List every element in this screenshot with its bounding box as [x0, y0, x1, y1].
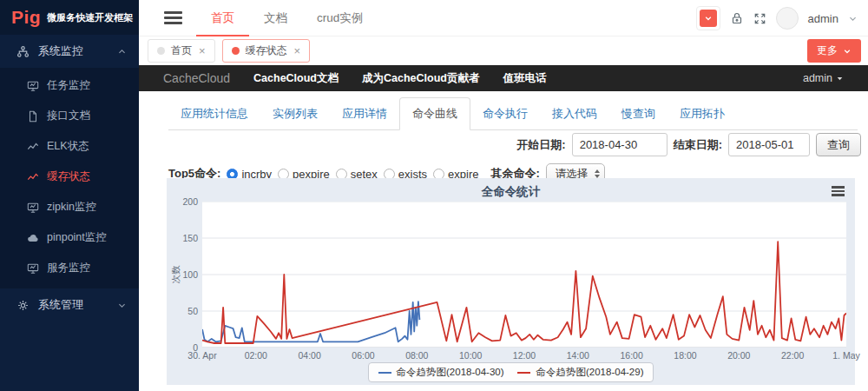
lock-icon[interactable] [730, 11, 744, 25]
legend-label: 命令趋势图(2018-04-29) [536, 366, 644, 379]
sidebar-item-api-docs[interactable]: 接口文档 [0, 101, 139, 131]
nav-item-home[interactable]: 首页 [196, 0, 249, 36]
chart-title: 全命令统计 [167, 184, 855, 200]
logo-subtitle: 微服务快速开发框架 [47, 11, 133, 24]
chevron-down-icon[interactable] [848, 14, 858, 23]
sitemap-icon [16, 45, 30, 58]
x-tick-label: 02:00 [230, 350, 282, 361]
app-logo[interactable]: Pig 微服务快速开发框架 [0, 0, 139, 35]
x-tick-label: 10:00 [444, 350, 496, 361]
sidebar-item-task-monitor[interactable]: 任务监控 [0, 70, 139, 101]
caret-down-icon [836, 75, 844, 83]
top-navigation: 首页 文档 crud实例 [196, 0, 378, 36]
sidebar-item-label: pinpoint监控 [47, 230, 107, 245]
x-tick-label: 18:00 [660, 350, 712, 361]
x-tick-label: 20:00 [713, 350, 765, 361]
legend-label: 命令趋势图(2018-04-30) [397, 366, 504, 379]
username-label[interactable]: admin [808, 12, 838, 25]
y-tick-label: 100 [167, 269, 198, 280]
subtab-app-stats[interactable]: 应用统计信息 [168, 98, 260, 129]
header-tools: admin [696, 0, 858, 36]
nav-item-crud[interactable]: crud实例 [302, 0, 378, 36]
avatar[interactable] [776, 7, 799, 30]
x-tick-label: 14:00 [552, 350, 604, 361]
cachecloud-page: 应用统计信息 实例列表 应用详情 命令曲线 命令执行 接入代码 慢查询 应用拓扑… [139, 91, 868, 391]
fullscreen-icon[interactable] [753, 12, 766, 25]
tab-label: 首页 [171, 43, 192, 58]
tab-label: 缓存状态 [246, 43, 287, 58]
end-date-input[interactable] [728, 133, 810, 156]
sidebar: Pig 微服务快速开发框架 系统监控 任务监控 接口文档 ELK状态 缓存状态 [0, 0, 139, 391]
sidebar-item-elk-status[interactable]: ELK状态 [0, 131, 139, 162]
subtab-command-exec[interactable]: 命令执行 [470, 98, 540, 129]
y-tick-label: 200 [167, 196, 198, 207]
gear-icon [16, 299, 30, 312]
tab-home[interactable]: 首页 × [148, 39, 215, 63]
legend-line-icon [378, 372, 391, 374]
date-filter-row: 开始日期: 结束日期: 查询 [516, 133, 861, 156]
chevron-up-icon [117, 47, 127, 56]
tab-cache-status[interactable]: 缓存状态 × [222, 39, 311, 63]
sidebar-item-zipkin[interactable]: zipkin监控 [0, 192, 139, 222]
sidebar-item-label: 缓存状态 [47, 169, 90, 184]
nav-item-docs[interactable]: 文档 [249, 0, 302, 36]
close-icon[interactable]: × [199, 44, 206, 57]
x-tick-label: 04:00 [284, 350, 336, 361]
subtab-app-topology[interactable]: 应用拓扑 [667, 98, 737, 129]
cachecloud-username: admin [803, 72, 832, 84]
y-tick-label: 150 [167, 233, 198, 243]
close-icon[interactable]: × [294, 44, 301, 57]
top-header: 首页 文档 crud实例 admin [139, 0, 868, 36]
sidebar-item-label: 接口文档 [47, 109, 90, 123]
legend-line-icon [518, 372, 531, 374]
start-date-input[interactable] [572, 133, 667, 156]
notification-button[interactable] [696, 6, 720, 30]
end-date-label: 结束日期: [674, 137, 722, 153]
search-button[interactable]: 查询 [816, 133, 861, 156]
sidebar-item-service-monitor[interactable]: 服务监控 [0, 253, 139, 283]
cachecloud-navbar: CacheCloud CacheCloud文档 成为CacheCloud贡献者 … [139, 65, 868, 91]
subtab-app-detail[interactable]: 应用详情 [330, 98, 399, 129]
sidebar-item-label: zipkin监控 [47, 200, 96, 215]
x-tick-label: 22:00 [766, 350, 819, 361]
sidebar-item-cache-status[interactable]: 缓存状态 [0, 162, 139, 192]
series-line-1[interactable] [202, 242, 846, 343]
sidebar-group-system-monitor[interactable]: 系统监控 [0, 35, 139, 68]
open-tabs-bar: 首页 × 缓存状态 × 更多 [139, 36, 868, 65]
more-tabs-button[interactable]: 更多 [807, 39, 861, 63]
monitor-icon [27, 262, 39, 275]
cachecloud-user-menu[interactable]: admin [803, 72, 844, 84]
legend-entry-yesterday[interactable]: 命令趋势图(2018-04-29) [518, 366, 644, 379]
subtab-instance-list[interactable]: 实例列表 [260, 98, 330, 129]
sidebar-toggle-icon[interactable] [164, 11, 182, 27]
x-tick-label: 16:00 [606, 350, 658, 361]
chart-canvas [202, 202, 846, 348]
sidebar-item-label: 服务监控 [47, 261, 90, 275]
chevron-down-icon [117, 301, 127, 310]
document-icon [27, 110, 39, 123]
subtab-command-curve[interactable]: 命令曲线 [399, 97, 470, 130]
chart-context-menu-icon[interactable] [832, 186, 845, 198]
subtab-slow-query[interactable]: 慢查询 [609, 98, 667, 129]
sidebar-group-label: 系统监控 [38, 43, 108, 59]
cachecloud-brand[interactable]: CacheCloud [163, 71, 230, 85]
legend-entry-today[interactable]: 命令趋势图(2018-04-30) [378, 366, 504, 379]
command-chart-panel: 全命令统计 次数 命令趋势图(2018-04-30) 命令趋势图(2018-04… [167, 178, 855, 385]
sidebar-submenu: 任务监控 接口文档 ELK状态 缓存状态 zipkin监控 pinpoint监控… [0, 68, 139, 288]
tab-dot-icon [157, 47, 165, 55]
x-tick-label: 30. Apr [176, 350, 228, 361]
cachecloud-docs-link[interactable]: CacheCloud文档 [253, 71, 339, 86]
subtab-access-code[interactable]: 接入代码 [540, 98, 609, 129]
sidebar-item-label: 任务监控 [47, 78, 90, 93]
duty-phone-link[interactable]: 值班电话 [503, 71, 546, 86]
start-date-label: 开始日期: [516, 137, 565, 153]
sidebar-group-system-manage[interactable]: 系统管理 [0, 288, 139, 321]
monitor-icon [27, 80, 39, 92]
command-chart-plot[interactable] [202, 202, 846, 348]
x-tick-label: 1. May [820, 350, 868, 361]
series-line-0[interactable] [202, 302, 419, 341]
sidebar-item-pinpoint[interactable]: pinpoint监控 [0, 222, 139, 253]
more-button-label: 更多 [817, 43, 838, 58]
sidebar-item-label: ELK状态 [47, 139, 89, 154]
cachecloud-contribute-link[interactable]: 成为CacheCloud贡献者 [362, 71, 479, 86]
